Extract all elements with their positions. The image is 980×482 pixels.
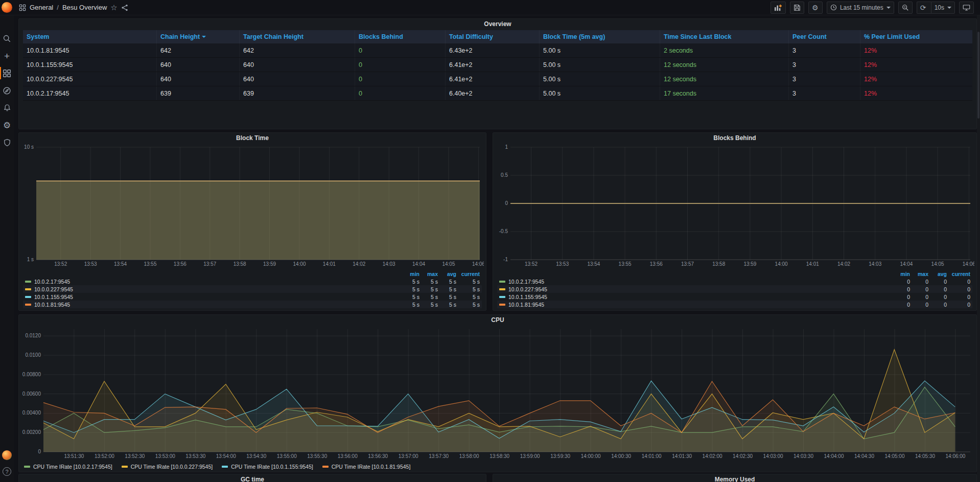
dashboard-settings-button[interactable]: ⚙ [808, 2, 823, 14]
legend-column-current[interactable]: current [456, 271, 482, 277]
table-cell-time_since_last_block: 2 seconds [660, 43, 789, 57]
series-label[interactable]: 10.0.0.227:9545 [34, 286, 73, 292]
panel-title-cpu[interactable]: CPU [19, 315, 976, 325]
series-label[interactable]: 10.0.0.227:9545 [508, 286, 547, 292]
zoom-out-time-button[interactable] [898, 2, 913, 14]
star-dashboard-icon[interactable]: ☆ [110, 4, 117, 11]
column-header[interactable]: % Peer Limit Used [860, 30, 972, 43]
svg-text:0.5: 0.5 [501, 172, 508, 178]
block-time-chart[interactable]: 10 s1 s13:5213:5313:5413:5513:5613:5713:… [21, 144, 484, 268]
add-panel-button[interactable] [771, 2, 786, 14]
column-header[interactable]: Blocks Behind [355, 30, 446, 43]
refresh-interval-label: 10s [935, 4, 944, 11]
sidebar-item-server-admin[interactable] [0, 134, 14, 151]
column-header[interactable]: Target Chain Height [240, 30, 355, 43]
legend-column-max[interactable]: max [910, 271, 928, 277]
legend-column-min[interactable]: min [892, 271, 910, 277]
sort-desc-icon [202, 36, 206, 38]
column-header[interactable]: Peer Count [789, 30, 860, 43]
svg-text:14:01:30: 14:01:30 [672, 453, 692, 459]
legend-column-avg[interactable]: avg [928, 271, 947, 277]
legend-column-min[interactable]: min [401, 271, 419, 277]
breadcrumb-section[interactable]: General [30, 4, 53, 11]
table-cell-target_chain_height: 640 [240, 72, 355, 86]
legend-row: 10.0.0.227:95455 s5 s5 s5 s [23, 285, 482, 293]
panel-title-memory-used[interactable]: Memory Used [493, 474, 976, 482]
share-dashboard-icon[interactable] [121, 4, 128, 11]
breadcrumb-separator: / [57, 4, 59, 11]
panel-cpu: CPU 0.01200.01000.008000.006000.004000.0… [18, 314, 977, 472]
column-header[interactable]: Chain Height [157, 30, 240, 43]
cycle-view-mode-button[interactable] [959, 2, 974, 14]
legend-value: 5 s [456, 286, 482, 292]
table-cell-total_difficulty: 6.41e+2 [446, 58, 540, 72]
panel-title-block-time[interactable]: Block Time [19, 133, 486, 143]
panel-title-blocks-behind[interactable]: Blocks Behind [493, 133, 976, 143]
scrollbar-track[interactable] [977, 15, 980, 482]
column-header[interactable]: System [23, 30, 157, 43]
refresh-button[interactable]: ⟳ [917, 2, 931, 14]
grafana-logo[interactable] [0, 0, 14, 15]
svg-text:14:03: 14:03 [869, 261, 881, 267]
cpu-chart[interactable]: 0.01200.01000.008000.006000.004000.00200… [21, 326, 974, 460]
svg-text:0.00600: 0.00600 [22, 391, 41, 397]
svg-text:13:52: 13:52 [54, 261, 67, 267]
series-swatch [122, 466, 128, 468]
series-label[interactable]: 10.0.2.17:9545 [34, 279, 70, 285]
scrollbar-thumb[interactable] [977, 32, 979, 119]
refresh-interval-picker[interactable]: 10s [931, 2, 955, 14]
sidebar-item-create[interactable]: + [0, 47, 14, 64]
save-dashboard-button[interactable] [790, 2, 804, 14]
series-swatch [222, 466, 228, 468]
time-range-picker[interactable]: Last 15 minutes [827, 2, 894, 14]
legend-item[interactable]: CPU Time IRate [10.0.0.227:9545] [122, 464, 213, 470]
series-label[interactable]: 10.0.1.81:9545 [508, 302, 544, 308]
column-header[interactable]: Time Since Last Block [660, 30, 789, 43]
legend-column-current[interactable]: current [947, 271, 972, 277]
svg-text:14:02: 14:02 [353, 261, 365, 267]
svg-text:14:01:00: 14:01:00 [642, 453, 662, 459]
blocks-behind-chart[interactable]: 10.50-0.5-113:5213:5313:5413:5513:5613:5… [495, 144, 974, 268]
svg-text:14:03:00: 14:03:00 [763, 453, 783, 459]
svg-text:13:53: 13:53 [84, 261, 97, 267]
gear-icon: ⚙ [812, 4, 819, 11]
legend-value: 0 [947, 279, 972, 285]
column-header[interactable]: Total Difficulty [446, 30, 540, 43]
legend-item[interactable]: CPU Time IRate [10.0.2.17:9545] [24, 464, 112, 470]
legend-column-max[interactable]: max [419, 271, 438, 277]
series-label: CPU Time IRate [10.0.0.227:9545] [131, 464, 213, 470]
table-row: 10.0.2.17:954563963906.40e+25.00 s17 sec… [23, 86, 972, 101]
panel-title-gc-time[interactable]: GC time [19, 474, 486, 482]
series-label[interactable]: 10.0.2.17:9545 [508, 279, 544, 285]
svg-text:13:54: 13:54 [114, 261, 127, 267]
legend-row: 10.0.1.155:95450000 [497, 293, 972, 301]
table-cell-chain_height: 642 [157, 43, 240, 57]
svg-text:0: 0 [505, 200, 508, 206]
series-label[interactable]: 10.0.1.81:9545 [34, 302, 70, 308]
svg-text:0.0120: 0.0120 [25, 333, 41, 338]
series-label[interactable]: 10.0.1.155:9545 [508, 294, 547, 300]
table-cell-system: 10.0.0.227:9545 [23, 72, 157, 86]
series-label[interactable]: 10.0.1.155:9545 [34, 294, 73, 300]
panel-title-overview[interactable]: Overview [19, 19, 976, 29]
legend-item[interactable]: CPU Time IRate [10.0.1.81:9545] [322, 464, 411, 470]
legend-row: 10.0.1.81:95450000 [497, 301, 972, 308]
series-label: CPU Time IRate [10.0.1.81:9545] [332, 464, 411, 470]
svg-text:13:57:30: 13:57:30 [429, 453, 449, 459]
help-icon[interactable]: ? [3, 467, 11, 476]
breadcrumb-dashboard-title[interactable]: Besu Overview [62, 4, 107, 11]
sidebar-item-alerting[interactable] [0, 99, 14, 117]
legend-value: 5 s [401, 294, 419, 300]
series-label: CPU Time IRate [10.0.1.155:9545] [231, 464, 313, 470]
user-avatar[interactable] [2, 450, 12, 460]
table-row: 10.0.1.81:954564264206.43e+25.00 s2 seco… [23, 43, 972, 58]
column-header[interactable]: Block Time (5m avg) [540, 30, 660, 43]
sidebar-item-dashboards[interactable] [0, 64, 14, 82]
legend-item[interactable]: CPU Time IRate [10.0.1.155:9545] [222, 464, 313, 470]
table-cell-total_difficulty: 6.43e+2 [446, 43, 540, 57]
grafana-logo-icon [2, 2, 12, 13]
sidebar-item-search[interactable] [0, 30, 14, 47]
legend-column-avg[interactable]: avg [438, 271, 456, 277]
sidebar-item-explore[interactable] [0, 82, 14, 99]
sidebar-item-configuration[interactable]: ⚙ [0, 117, 14, 134]
